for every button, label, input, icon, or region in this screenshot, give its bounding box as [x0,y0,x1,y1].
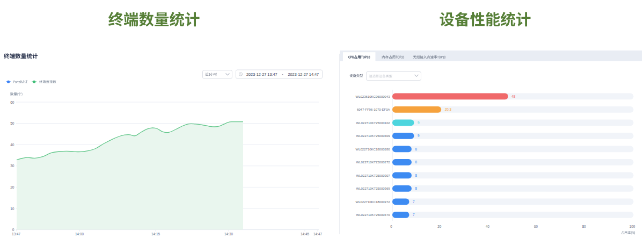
svg-text:2023-12-27 14:47: 2023-12-27 14:47 [288,72,319,77]
svg-text:14:15: 14:15 [151,232,160,236]
svg-text:WL022710K725000307: WL022710K725000307 [356,174,391,177]
svg-text:50: 50 [10,121,14,125]
svg-text:7: 7 [413,213,415,217]
svg-text:40: 40 [10,143,14,147]
svg-text:WL022710K725000409: WL022710K725000409 [356,134,391,138]
svg-text:100: 100 [630,225,635,228]
svg-text:WL022710K725000470: WL022710K725000470 [356,213,391,217]
svg-text:20.3: 20.3 [445,107,452,111]
svg-text:14:45: 14:45 [301,232,309,236]
svg-text:WL022710K725000272: WL022710K725000272 [356,161,391,164]
svg-text:14:00: 14:00 [75,232,84,236]
svg-text:6047-FF96-1070-EF0A: 6047-FF96-1070-EF0A [357,108,390,111]
svg-text:9: 9 [418,121,420,125]
svg-text:2023-12-27 13:47: 2023-12-27 13:47 [246,72,277,77]
svg-text:30: 30 [10,164,14,168]
svg-text:8: 8 [415,160,418,164]
svg-text:WL022710KC18000280: WL022710KC18000280 [356,148,391,151]
svg-text:60: 60 [534,225,538,228]
svg-text:8: 8 [415,147,418,151]
svg-text:0: 0 [12,228,14,232]
svg-text:80: 80 [582,225,587,228]
svg-text:10: 10 [10,207,14,211]
svg-text:WL022710KC18000372: WL022710KC18000372 [356,200,391,204]
svg-text:WL022710K725000369: WL022710K725000369 [356,187,391,190]
svg-text:14:30: 14:30 [224,232,233,236]
svg-text:40: 40 [486,225,490,228]
svg-text:60: 60 [10,100,14,104]
svg-text:WL022710K725000102: WL022710K725000102 [356,121,391,125]
svg-text:0: 0 [390,225,392,228]
svg-text:48: 48 [511,95,516,98]
svg-text:14:47: 14:47 [313,232,322,236]
svg-text:13:47: 13:47 [12,232,20,236]
svg-text:20: 20 [10,185,14,189]
svg-text:9: 9 [418,134,420,138]
svg-text:20: 20 [437,225,442,228]
svg-text:WL023610KC06000043: WL023610KC06000043 [356,95,391,98]
svg-text:8: 8 [415,174,418,177]
svg-text:7: 7 [413,200,415,204]
svg-text:8: 8 [415,186,418,190]
